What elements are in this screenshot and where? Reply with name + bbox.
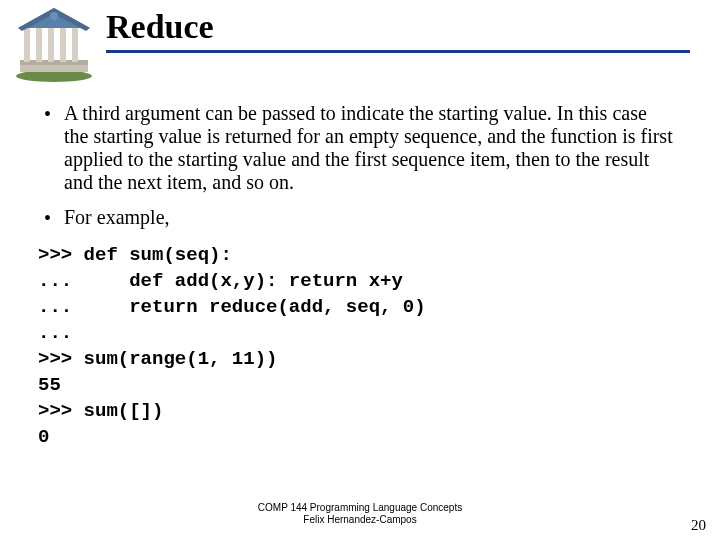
bullet-dot-icon: • [44, 206, 64, 230]
svg-rect-3 [24, 28, 30, 62]
slide-content: • A third argument can be passed to indi… [0, 84, 720, 450]
bullet-dot-icon: • [44, 102, 64, 126]
page-number: 20 [691, 517, 706, 534]
svg-rect-7 [72, 28, 78, 62]
code-example: >>> def sum(seq): ... def add(x,y): retu… [38, 242, 676, 450]
logo-old-well-icon [10, 6, 98, 84]
slide-footer: COMP 144 Programming Language Concepts F… [0, 502, 720, 526]
title-block: Reduce [98, 6, 720, 53]
svg-rect-5 [48, 28, 54, 62]
bullet-text: A third argument can be passed to indica… [64, 102, 676, 194]
title-underline [106, 50, 690, 53]
bullet-item: • A third argument can be passed to indi… [44, 102, 676, 194]
bullet-item: • For example, [44, 206, 676, 230]
svg-rect-1 [20, 64, 88, 72]
slide-header: Reduce [0, 0, 720, 84]
svg-rect-4 [36, 28, 42, 62]
svg-rect-6 [60, 28, 66, 62]
footer-course: COMP 144 Programming Language Concepts [0, 502, 720, 514]
svg-point-8 [50, 12, 58, 20]
bullet-text: For example, [64, 206, 170, 229]
footer-author: Felix Hernandez-Campos [0, 514, 720, 526]
slide-title: Reduce [106, 8, 720, 46]
